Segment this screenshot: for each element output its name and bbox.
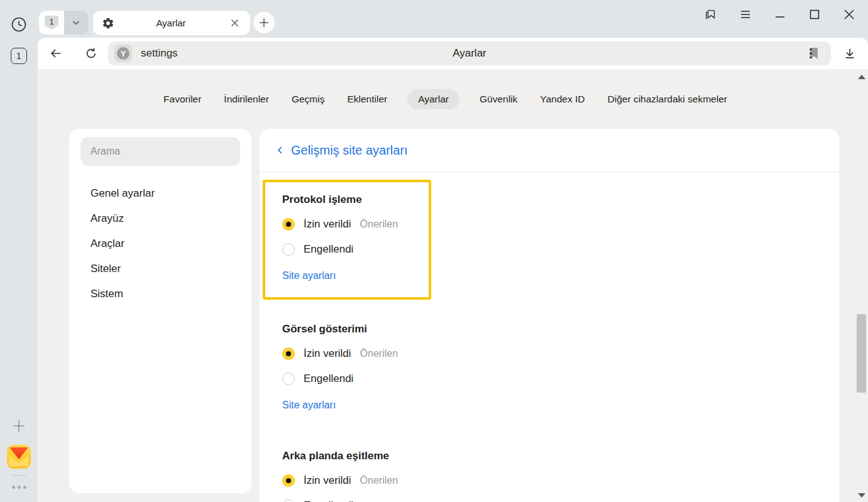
radio-selected-icon[interactable] <box>282 347 295 360</box>
bookmarks-icon <box>704 8 718 21</box>
reload-button[interactable] <box>84 46 99 61</box>
tab-favoriler[interactable]: Favoriler <box>161 89 204 109</box>
tab-ayarlar-selected[interactable]: Ayarlar <box>407 89 459 109</box>
browser-toolbar: Y settings Ayarlar <box>38 38 868 69</box>
radio-unselected-icon[interactable] <box>282 373 295 385</box>
recommended-label: Önerilen <box>360 348 398 359</box>
page-scrollbar[interactable] <box>855 69 868 502</box>
section-title: Görsel gösterimi <box>282 321 839 337</box>
settings-sidebar-items: Genel ayarlar Arayüz Araçlar Siteler Sis… <box>69 181 251 307</box>
radio-label: Engellendi <box>304 243 353 256</box>
section-protokol-isleme: Protokol işleme İzin verildi Önerilen En… <box>282 192 429 285</box>
close-window-button[interactable] <box>842 7 857 22</box>
tab-group-dropdown[interactable] <box>64 11 88 35</box>
tab-counter-button[interactable]: 1 <box>11 48 27 64</box>
tab-bar: 1 Ayarlar <box>38 0 868 38</box>
toolbar-divider <box>827 45 827 62</box>
radio-label: İzin verildi <box>304 347 351 360</box>
download-icon <box>843 46 857 60</box>
address-bar-page-title: Ayarlar <box>108 41 831 65</box>
settings-sidebar: Arama Genel ayarlar Arayüz Araçlar Sitel… <box>69 129 251 493</box>
maximize-button[interactable] <box>807 7 822 22</box>
downloads-button[interactable] <box>842 46 857 61</box>
sidebar-item-arayuz[interactable]: Arayüz <box>69 206 251 231</box>
site-settings-link[interactable]: Site ayarları <box>282 396 336 414</box>
search-input[interactable]: Arama <box>80 137 240 166</box>
url-text: settings <box>141 41 178 65</box>
plus-icon <box>11 418 26 434</box>
settings-nav-tabs: Favoriler İndirilenler Geçmiş Eklentiler… <box>38 89 853 109</box>
tab-group-badge: 1 <box>45 16 58 30</box>
radio-label: Engellendi <box>304 499 353 502</box>
more-panels-button[interactable] <box>9 483 28 491</box>
radio-option-blocked[interactable]: Engellendi <box>282 237 429 262</box>
sidebar-item-sistem[interactable]: Sistem <box>69 281 251 307</box>
sidebar-item-araclar[interactable]: Araçlar <box>69 231 251 256</box>
yandex-favicon-icon: Y <box>117 47 129 60</box>
recommended-label: Önerilen <box>360 475 398 486</box>
scroll-up-arrow[interactable] <box>858 75 865 79</box>
highlight-box: Protokol işleme İzin verildi Önerilen En… <box>263 180 431 300</box>
gear-icon <box>102 17 114 30</box>
settings-page: Favoriler İndirilenler Geçmiş Eklentiler… <box>38 69 868 502</box>
site-settings-link[interactable]: Site ayarları <box>282 267 336 285</box>
radio-option-allowed[interactable]: İzin verildi Önerilen <box>282 341 839 366</box>
ellipsis-icon <box>12 486 26 489</box>
bookmarks-panel-button[interactable] <box>703 7 718 22</box>
recommended-label: Önerilen <box>360 219 398 230</box>
settings-sections: Protokol işleme İzin verildi Önerilen En… <box>260 172 839 502</box>
section-arka-planda-esitleme: Arka planda eşitleme İzin verildi Öneril… <box>282 448 839 502</box>
tab-guvenlik[interactable]: Güvenlik <box>477 89 520 109</box>
radio-option-blocked[interactable]: Engellendi <box>282 493 839 502</box>
reload-icon <box>84 46 98 60</box>
tab-gecmis[interactable]: Geçmiş <box>289 89 327 109</box>
radio-selected-icon[interactable] <box>282 474 295 487</box>
radio-option-blocked[interactable]: Engellendi <box>282 366 839 391</box>
section-gorsel-gosterimi: Görsel gösterimi İzin verildi Önerilen E… <box>282 321 839 414</box>
tab-counter-label: 1 <box>16 51 21 61</box>
sidebar-item-genel-ayarlar[interactable]: Genel ayarlar <box>69 181 251 206</box>
history-clock-button[interactable] <box>11 16 27 33</box>
sidebar-item-siteler[interactable]: Siteler <box>69 256 251 281</box>
site-favicon[interactable]: Y <box>114 45 132 62</box>
browser-menu-button[interactable] <box>738 7 753 22</box>
scroll-down-arrow[interactable] <box>858 493 865 498</box>
clock-icon <box>11 16 27 33</box>
back-arrow-icon <box>49 46 63 60</box>
tab-diger-cihazlar[interactable]: Diğer cihazlardaki sekmeler <box>605 89 730 109</box>
radio-option-allowed[interactable]: İzin verildi Önerilen <box>282 468 839 493</box>
minimize-button[interactable] <box>772 7 788 22</box>
maximize-icon <box>808 8 821 21</box>
back-chevron-icon <box>272 142 288 158</box>
page-title: Gelişmiş site ayarları <box>291 143 408 158</box>
tab-group-control[interactable]: 1 <box>39 11 88 35</box>
radio-option-allowed[interactable]: İzin verildi Önerilen <box>282 212 429 237</box>
tab-eklentiler[interactable]: Eklentiler <box>344 89 390 109</box>
chevron-down-icon <box>71 18 81 28</box>
scrollbar-thumb[interactable] <box>857 314 866 393</box>
yandex-mail-button[interactable] <box>7 445 31 469</box>
new-tab-button[interactable] <box>253 12 275 33</box>
tab-indirilenler[interactable]: İndirilenler <box>221 89 272 109</box>
left-sidebar-strip: 1 <box>0 0 38 502</box>
address-bar[interactable]: Y settings Ayarlar <box>108 41 831 65</box>
section-title: Arka planda eşitleme <box>282 448 839 464</box>
tab-close-button[interactable] <box>228 16 241 30</box>
settings-main-panel: Gelişmiş site ayarları Protokol işleme İ… <box>260 129 839 502</box>
add-panel-button[interactable] <box>11 418 27 434</box>
radio-selected-icon[interactable] <box>282 218 295 231</box>
back-button[interactable] <box>48 46 63 61</box>
tab-ayarlar[interactable]: Ayarlar <box>93 11 250 35</box>
search-placeholder: Arama <box>91 146 120 157</box>
tab-title: Ayarlar <box>114 18 228 28</box>
tab-group-button[interactable]: 1 <box>39 11 64 35</box>
close-icon <box>843 8 855 21</box>
radio-label: İzin verildi <box>304 474 351 487</box>
page-menu-button[interactable] <box>803 46 818 61</box>
radio-unselected-icon[interactable] <box>282 499 295 502</box>
radio-label: İzin verildi <box>304 218 351 231</box>
radio-unselected-icon[interactable] <box>282 243 295 256</box>
strip-divider <box>11 475 27 476</box>
back-header[interactable]: Gelişmiş site ayarları <box>260 129 839 172</box>
tab-yandex-id[interactable]: Yandex ID <box>537 89 587 109</box>
